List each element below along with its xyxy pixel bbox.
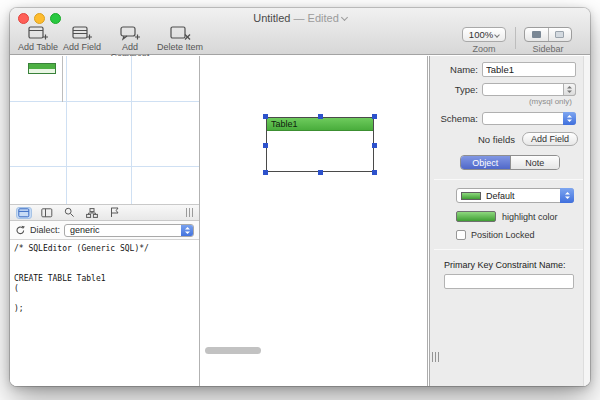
sql-line: CREATE TABLE Table1 (14, 274, 195, 284)
dialect-value: generic (70, 225, 100, 235)
app-window: Untitled — Edited Add Table Add (10, 8, 590, 386)
color-swatch (461, 192, 481, 200)
delete-item-button[interactable]: Delete Item (156, 25, 204, 52)
refresh-icon[interactable] (15, 225, 26, 236)
selection-handle-sw[interactable] (263, 170, 268, 175)
inspector-sidebar: Name: Type: (mysql only) Schema: No fiel… (429, 56, 590, 386)
page-edge (62, 56, 63, 102)
flag-icon[interactable] (107, 206, 122, 219)
sql-editor[interactable]: /* SQLEditor (Generic SQL)*/ CREATE TABL… (10, 240, 199, 386)
type-note: (mysql only) (430, 97, 572, 106)
table-object-header[interactable]: Table1 (267, 118, 373, 131)
grid-line (66, 56, 67, 204)
sidebar-toggle-left[interactable] (525, 28, 548, 41)
fields-status: No fields (478, 134, 515, 145)
chevron-down-icon (494, 32, 500, 38)
schema-popup[interactable] (482, 112, 576, 125)
object-note-tabs: Object Note (460, 155, 560, 170)
highlight-color-label: highlight color (502, 212, 558, 222)
sidebar-visible-icon (532, 31, 541, 38)
delete-item-label: Delete Item (157, 42, 203, 52)
sql-line: ( (14, 284, 195, 294)
pane-resize-grip[interactable] (432, 352, 439, 362)
color-value: Default (486, 191, 515, 201)
popup-arrows-icon (563, 112, 576, 125)
hierarchy-icon[interactable] (84, 207, 100, 219)
name-label: Name: (434, 64, 478, 75)
chevron-down-icon[interactable] (341, 14, 348, 21)
selection-handle-n[interactable] (318, 114, 323, 119)
add-field-icon (60, 25, 104, 42)
zoom-value: 100% (469, 29, 493, 40)
overview-canvas[interactable] (10, 56, 199, 204)
sidebar-scrollbar-track[interactable] (583, 56, 590, 386)
zoom-control[interactable]: 100% (462, 27, 506, 42)
primary-key-constraint-field[interactable] (444, 274, 574, 289)
add-field-button-sidebar[interactable]: Add Field (522, 132, 578, 146)
sidebar-label: Sidebar (524, 44, 572, 54)
name-field[interactable] (482, 62, 576, 77)
edited-status: — Edited (294, 12, 339, 24)
toolbar-separator (515, 27, 516, 49)
horizontal-scrollbar[interactable] (205, 347, 261, 354)
grid-line (10, 166, 199, 167)
position-locked-checkbox[interactable] (456, 230, 466, 240)
selection-handle-e[interactable] (372, 143, 377, 148)
sidebar-toggle (524, 27, 572, 42)
window-title: Untitled — Edited (10, 12, 590, 24)
pane-drag-handle[interactable] (186, 208, 193, 217)
type-combo[interactable] (482, 83, 576, 96)
sql-line: ); (14, 304, 195, 314)
highlight-color-well[interactable] (456, 211, 496, 222)
add-field-button[interactable]: Add Field (60, 25, 104, 52)
sql-panel-toolbar (10, 204, 199, 221)
tab-note[interactable]: Note (510, 156, 560, 169)
schema-label: Schema: (434, 113, 478, 124)
grid-line (131, 56, 132, 204)
left-pane: Dialect: generic /* SQLEditor (Generic S… (10, 56, 200, 386)
primary-key-constraint-label: Primary Key Constraint Name: (444, 260, 590, 270)
add-table-icon (16, 25, 60, 42)
divider (434, 179, 586, 180)
selection-handle-se[interactable] (372, 170, 377, 175)
dialect-label: Dialect: (30, 225, 60, 235)
table-object[interactable]: Table1 (266, 117, 374, 172)
add-comment-icon (104, 25, 156, 42)
window-header: Untitled — Edited Add Table Add (10, 8, 590, 55)
search-icon[interactable] (62, 206, 77, 219)
type-label: Type: (434, 84, 478, 95)
diagram-canvas[interactable]: Table1 (201, 56, 428, 386)
popup-arrows-icon (560, 188, 574, 203)
table-object-title: Table1 (271, 119, 298, 129)
sql-line (14, 294, 195, 304)
popup-arrows-icon (181, 224, 194, 237)
add-field-label: Add Field (63, 42, 101, 52)
sidebar-toggle-right[interactable] (548, 28, 572, 41)
selection-handle-ne[interactable] (372, 114, 377, 119)
selection-handle-w[interactable] (263, 143, 268, 148)
delete-item-icon (156, 25, 204, 42)
stepper-arrows-icon (563, 83, 576, 96)
document-title: Untitled (253, 12, 290, 24)
dialect-popup[interactable]: generic (64, 224, 194, 237)
add-table-label: Add Table (18, 42, 58, 52)
sql-line (14, 254, 195, 264)
sidebar-hidden-icon (555, 31, 564, 38)
sql-line: /* SQLEditor (Generic SQL)*/ (14, 244, 195, 254)
color-popup[interactable]: Default (456, 188, 574, 203)
grid-line (10, 101, 199, 102)
divider (434, 249, 586, 250)
table-view-icon[interactable] (16, 207, 32, 219)
sql-line (14, 264, 195, 274)
position-locked-label: Position Locked (471, 230, 535, 240)
dialect-row: Dialect: generic (10, 221, 199, 240)
zoom-label: Zoom (462, 44, 506, 54)
add-table-button[interactable]: Add Table (16, 25, 60, 52)
selection-handle-nw[interactable] (263, 114, 268, 119)
mini-table-object[interactable] (28, 63, 56, 74)
selection-handle-s[interactable] (318, 170, 323, 175)
columns-view-icon[interactable] (39, 207, 55, 219)
tab-object[interactable]: Object (461, 156, 510, 169)
